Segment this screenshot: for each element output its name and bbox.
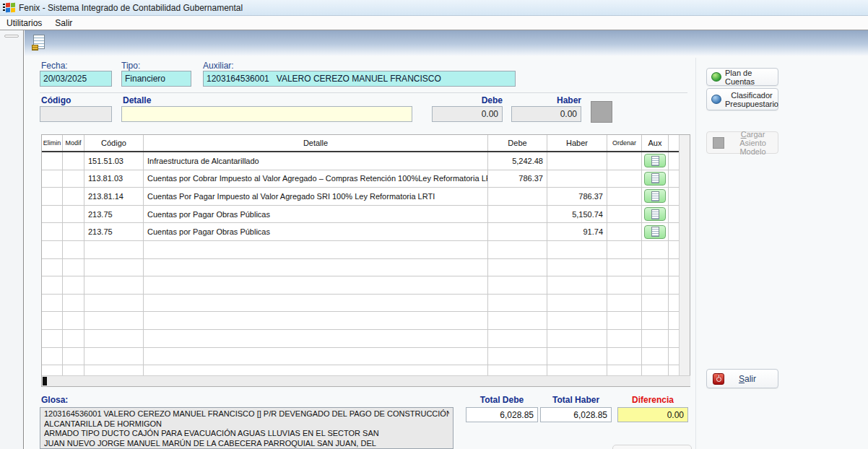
cell-modif[interactable] xyxy=(63,152,84,170)
cell-elimin[interactable] xyxy=(42,241,63,259)
aux-button[interactable] xyxy=(644,154,666,167)
cell-elimin[interactable] xyxy=(42,348,63,366)
cell-elimin[interactable] xyxy=(42,170,63,188)
power-icon xyxy=(713,373,724,385)
cell-modif[interactable] xyxy=(63,259,84,277)
notepad-icon xyxy=(651,227,659,237)
cell-debe xyxy=(488,188,547,206)
detalle-input[interactable] xyxy=(121,106,412,122)
salir-button-label: Salir xyxy=(724,374,771,384)
cell-pad xyxy=(669,348,680,366)
header-pad xyxy=(669,135,680,151)
header-debe[interactable]: Debe xyxy=(488,135,547,151)
cell-elimin[interactable] xyxy=(42,330,63,348)
cell-elimin[interactable] xyxy=(42,188,63,206)
cell-pad xyxy=(669,312,680,330)
cell-elimin[interactable] xyxy=(42,276,63,295)
aux-button[interactable] xyxy=(644,172,666,186)
table-row[interactable] xyxy=(42,295,680,313)
clasificador-presupuestario-button[interactable]: Clasificador Presupuestario xyxy=(706,88,778,110)
header-modif[interactable]: Modif xyxy=(63,135,84,151)
cargar-asiento-modelo-button[interactable]: Cargar Asiento Modelo xyxy=(706,131,778,154)
table-row[interactable] xyxy=(42,241,680,259)
window-title: Fenix - Sistema Integrado de Contabilida… xyxy=(19,3,243,13)
header-aux[interactable]: Aux xyxy=(642,135,669,151)
cell-elimin[interactable] xyxy=(42,312,63,330)
cell-elimin[interactable] xyxy=(42,152,63,170)
cell-haber xyxy=(547,348,607,366)
header-detalle[interactable]: Detalle xyxy=(144,135,488,151)
horizontal-scrollbar-thumb[interactable] xyxy=(43,377,47,385)
header-ordenar[interactable]: Ordenar xyxy=(607,135,642,151)
partially-visible-button[interactable] xyxy=(612,445,692,449)
total-debe-label: Total Debe xyxy=(466,395,538,405)
cell-aux xyxy=(642,188,669,206)
cell-elimin[interactable] xyxy=(42,259,63,277)
cell-aux xyxy=(642,152,669,170)
cell-codigo: 213.75 xyxy=(84,206,144,224)
cell-modif[interactable] xyxy=(63,276,84,295)
aux-button[interactable] xyxy=(644,207,666,221)
table-row[interactable]: 113.81.03Cuentas por Cobrar Impuesto al … xyxy=(42,170,680,188)
cell-modif[interactable] xyxy=(63,348,84,366)
fecha-input[interactable]: 20/03/2025 xyxy=(40,71,112,87)
header-elimin[interactable]: Elimin xyxy=(42,135,63,151)
menu-utilitarios[interactable]: Utilitarios xyxy=(0,17,48,30)
table-row[interactable]: 213.75Cuentas por Pagar Obras Públicas91… xyxy=(42,223,680,241)
clasificador-label-line1: Clasificador xyxy=(725,91,778,100)
haber-label: Haber xyxy=(511,95,581,105)
plan-de-cuentas-button[interactable]: Plan de Cuentas xyxy=(706,68,778,86)
menu-salir[interactable]: Salir xyxy=(48,17,79,30)
debe-input[interactable]: 0.00 xyxy=(432,106,503,122)
cell-modif[interactable] xyxy=(63,188,84,206)
table-row[interactable]: 213.75Cuentas por Pagar Obras Públicas5,… xyxy=(42,206,680,224)
notepad-icon xyxy=(651,156,659,166)
glosa-line: ARMADO TIPO DUCTO CAJÓN PARA EVACUACIÓN … xyxy=(44,429,449,439)
cell-modif[interactable] xyxy=(63,223,84,241)
cell-elimin[interactable] xyxy=(42,295,63,313)
table-row[interactable] xyxy=(42,348,680,366)
aux-button[interactable] xyxy=(644,189,666,203)
header-codigo[interactable]: Código xyxy=(84,135,144,151)
new-entry-document-icon[interactable] xyxy=(33,35,45,49)
auxiliar-input[interactable]: 1203164536001 VALERO CEREZO MANUEL FRANC… xyxy=(203,71,516,87)
notepad-icon xyxy=(651,209,659,219)
cell-modif[interactable] xyxy=(63,312,84,330)
glosa-textarea[interactable]: 1203164536001 VALERO CEREZO MANUEL FRANC… xyxy=(40,407,453,449)
cell-aux xyxy=(642,241,669,259)
detalle-label: Detalle xyxy=(123,95,151,105)
horizontal-scrollbar[interactable] xyxy=(42,375,690,386)
cell-elimin[interactable] xyxy=(42,223,63,241)
vertical-scrollbar[interactable] xyxy=(679,135,690,375)
debe-label: Debe xyxy=(432,95,503,105)
cell-modif[interactable] xyxy=(63,170,84,188)
panel-grip-handle[interactable] xyxy=(4,35,19,38)
haber-input[interactable]: 0.00 xyxy=(511,106,581,122)
table-row[interactable] xyxy=(42,276,680,295)
tipo-input[interactable]: Financiero xyxy=(121,71,191,87)
table-row[interactable]: 213.81.14Cuentas Por Pagar Impuesto al V… xyxy=(42,188,680,206)
cell-codigo xyxy=(84,330,144,348)
table-row[interactable] xyxy=(42,312,680,330)
aux-button[interactable] xyxy=(644,225,666,239)
header-haber[interactable]: Haber xyxy=(547,135,607,151)
cell-modif[interactable] xyxy=(63,206,84,224)
cell-pad xyxy=(669,206,680,224)
cell-modif[interactable] xyxy=(63,295,84,313)
menu-bar: Utilitarios Salir xyxy=(0,16,868,30)
codigo-input[interactable] xyxy=(40,106,112,122)
cell-modif[interactable] xyxy=(63,330,84,348)
salir-button[interactable]: Salir xyxy=(706,369,778,388)
cell-modif[interactable] xyxy=(63,241,84,259)
auxiliar-label: Auxiliar: xyxy=(203,61,234,71)
cell-ordenar xyxy=(607,259,642,277)
diferencia-label: Diferencia xyxy=(617,395,688,405)
entry-action-button[interactable] xyxy=(591,101,612,123)
cell-debe: 786.37 xyxy=(488,170,547,188)
table-row[interactable] xyxy=(42,259,680,277)
table-row[interactable]: 151.51.03Infraestructura de Alcantarilla… xyxy=(42,152,680,170)
cell-elimin[interactable] xyxy=(42,206,63,224)
table-row[interactable] xyxy=(42,330,680,348)
diferencia-field: 0.00 xyxy=(617,407,688,422)
cell-ordenar xyxy=(607,348,642,366)
